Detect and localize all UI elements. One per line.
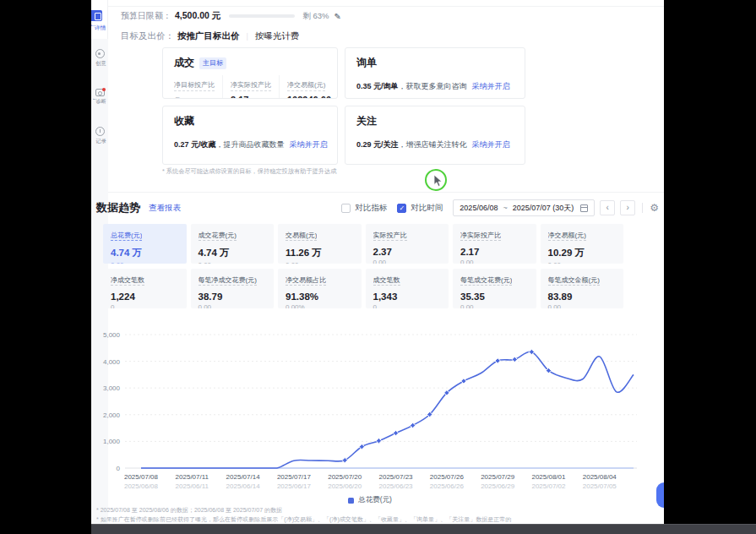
svg-text:2025/07/14: 2025/07/14 (226, 473, 261, 481)
metric-tile-6[interactable]: 净成交笔数1,2240 (103, 269, 187, 308)
goal-bid-row: 目标及出价： 按推广目标出价 | 按曝光计费 (121, 30, 299, 42)
card-follow-title: 关注 (356, 114, 377, 128)
sidebar-item-active[interactable] (91, 10, 102, 21)
budget-progressbar (229, 14, 295, 18)
chart-footnotes: * 2025/07/08 至 2025/08/06 的数据；2025/06/08… (96, 506, 650, 524)
svg-text:2025/07/11: 2025/07/11 (176, 473, 209, 481)
tile-label: 每笔成交花费(元) (460, 275, 512, 286)
tile-sub: 0.00 (460, 303, 529, 308)
metric-tile-11[interactable]: 每笔成交金额(元)83.890.00 (541, 269, 624, 308)
svg-text:2025/08/01: 2025/08/01 (531, 473, 566, 481)
tile-label: 净成交笔数 (111, 275, 144, 286)
section-divider (108, 192, 664, 193)
chart-legend[interactable]: 总花费(元) (91, 495, 649, 505)
budget-remaining: 剩 63% (302, 11, 329, 22)
sidebar-item-active-label[interactable]: 广详情 (91, 24, 106, 31)
tile-sub: 0.00 (199, 261, 267, 264)
card-follow: 关注 0.29 元/关注，增强店铺关注转化采纳并开启 (345, 106, 525, 165)
edit-budget-icon[interactable]: ✎ (334, 12, 340, 21)
tile-label: 实际投产比 (373, 231, 407, 241)
sidebar-item-diagnosis[interactable]: 广诊断 (91, 88, 108, 107)
tile-value: 2.37 (373, 247, 442, 257)
tile-value: 11.26 万 (286, 247, 354, 259)
metric-tiles: 总花费(元)4.74 万0.00成交花费(元)4.74 万0.00交易额(元)1… (103, 224, 623, 308)
svg-text:2025/06/23: 2025/06/23 (379, 482, 414, 490)
svg-text:2025/06/20: 2025/06/20 (328, 482, 362, 490)
svg-text:2025/06/17: 2025/06/17 (277, 482, 312, 490)
view-report-link[interactable]: 查看报表 (149, 203, 181, 214)
top-divider (108, 6, 664, 7)
tile-value: 10.29 万 (548, 247, 617, 259)
metric-tile-1[interactable]: 成交花费(元)4.74 万0.00 (191, 224, 275, 264)
compare-metric-checkbox[interactable] (341, 204, 351, 213)
svg-text:2025/07/02: 2025/07/02 (531, 482, 566, 490)
next-period-button[interactable]: › (620, 200, 635, 215)
tile-label: 总花费(元) (111, 231, 142, 241)
compare-time-checkbox[interactable]: ✓ (397, 204, 406, 213)
adopt-link-follow[interactable]: 采纳并开启 (472, 140, 510, 149)
budget-value: 4,500.00 元 (175, 10, 220, 22)
edge-floating-button[interactable] (656, 482, 664, 508)
adopt-link-favorite[interactable]: 采纳并开启 (290, 140, 328, 149)
svg-text:2025/06/29: 2025/06/29 (481, 482, 515, 490)
screenshot-stage: 广详情 创意 广诊断 记录 预算日限额： 4,500.00 元 (0, 0, 756, 534)
sidebar-item-records[interactable]: 记录 (91, 127, 108, 147)
svg-text:2025/07/05: 2025/07/05 (583, 482, 617, 490)
tile-label: 交易额(元) (286, 231, 317, 241)
tab-separator: | (247, 32, 248, 41)
svg-text:2025/07/23: 2025/07/23 (379, 473, 414, 481)
date-start: 2025/06/08 (460, 204, 498, 212)
svg-text:1,000: 1,000 (103, 438, 121, 445)
metric-tile-9[interactable]: 成交笔数1,3430 (366, 269, 449, 308)
tile-value: 1,224 (111, 292, 179, 302)
adopt-link-inquiry[interactable]: 采纳并开启 (472, 82, 510, 90)
svg-text:2025/06/26: 2025/06/26 (430, 482, 465, 490)
svg-text:2025/07/29: 2025/07/29 (481, 473, 515, 481)
notification-dot (102, 88, 106, 91)
camera-icon (95, 89, 105, 96)
svg-text:2025/07/26: 2025/07/26 (430, 473, 465, 481)
tile-sub: 0.00 (548, 303, 617, 308)
tile-sub: 0.00% (286, 303, 354, 308)
card-inquiry-title: 询单 (356, 56, 377, 70)
compare-time-label[interactable]: 对比时间 (411, 203, 443, 214)
tile-value: 4.74 万 (111, 247, 179, 259)
budget-row: 预算日限额： 4,500.00 元 剩 63% ✎ (121, 9, 341, 23)
legend-label: 总花费(元) (358, 495, 392, 505)
tab-bid-by-goal[interactable]: 按推广目标出价 (177, 30, 240, 42)
svg-text:2,000: 2,000 (103, 411, 121, 419)
tile-value: 91.38% (286, 292, 354, 302)
tile-value: 2.17 (460, 247, 529, 257)
svg-text:2025/07/20: 2025/07/20 (328, 473, 362, 481)
date-end: 2025/07/07 (30天) (513, 203, 574, 214)
metric-tile-3[interactable]: 实际投产比2.370.00 (366, 224, 449, 264)
tile-value: 83.89 (548, 292, 617, 302)
metric-tile-2[interactable]: 交易额(元)11.26 万0.00 (278, 224, 362, 264)
metric-tile-4[interactable]: 净实际投产比2.170.00 (453, 224, 536, 264)
svg-text:2025/07/08: 2025/07/08 (124, 473, 159, 481)
goal-cards: 成交 主目标 净目标投产比 ⓘ 2.45✎ 净实际投产比 2.17 净交易额(元… (162, 47, 525, 165)
card-favorite-title: 收藏 (174, 114, 194, 128)
metric-tile-10[interactable]: 每笔成交花费(元)35.350.00 (453, 269, 536, 308)
tile-value: 38.79 (199, 292, 267, 302)
metric-tile-7[interactable]: 每笔净成交花费(元)38.790.00 (191, 269, 275, 308)
gear-icon[interactable]: ⚙ (650, 202, 659, 214)
trend-title: 数据趋势 (96, 200, 140, 215)
metric-tile-5[interactable]: 净交易额(元)10.29 万0.00 (541, 224, 624, 264)
metric-tile-8[interactable]: 净交易额占比91.38%0.00% (278, 269, 362, 308)
app-window: 广详情 创意 广诊断 记录 预算日限额： 4,500.00 元 (91, 0, 664, 524)
date-range-picker[interactable]: 2025/06/08 ~ 2025/07/07 (30天) (453, 199, 595, 216)
trend-chart: 01,0002,0003,0004,0005,0002025/07/082025… (95, 328, 644, 499)
compare-metric-label[interactable]: 对比指标 (355, 203, 387, 214)
tile-value: 1,343 (373, 292, 442, 302)
info-icon[interactable]: ⓘ (174, 96, 181, 99)
legend-swatch (348, 498, 354, 504)
tab-bid-by-impression[interactable]: 按曝光计费 (255, 30, 300, 42)
sidebar-item-creative[interactable]: 创意 (91, 49, 108, 69)
metric-tile-0[interactable]: 总花费(元)4.74 万0.00 (103, 224, 187, 264)
tile-sub: 0.00 (111, 261, 179, 264)
svg-text:2025/07/17: 2025/07/17 (277, 473, 312, 481)
svg-text:5,000: 5,000 (103, 331, 121, 339)
trend-header: 数据趋势 查看报表 对比指标 ✓ 对比时间 2025/06/08 ~ 2025/… (96, 198, 659, 218)
prev-period-button[interactable]: ‹ (600, 200, 615, 215)
